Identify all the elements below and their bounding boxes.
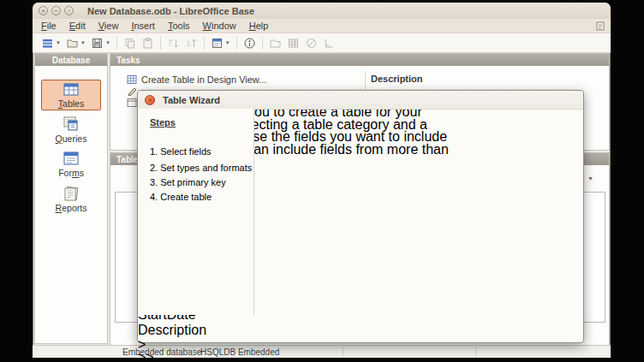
toolbar: ▼ ▼ ▼ <box>33 33 611 53</box>
table-grid-icon <box>287 37 300 50</box>
toolbar-separator <box>116 37 117 50</box>
close-window-icon[interactable]: × <box>39 6 48 15</box>
chevron-down-icon: ▼ <box>80 40 86 45</box>
close-dialog-icon[interactable]: × <box>145 95 155 105</box>
forms-icon <box>62 151 80 167</box>
sidebar-item-label: Reports <box>56 203 87 213</box>
menu-view[interactable]: View <box>98 21 119 31</box>
chevron-down-icon: ▼ <box>56 40 61 45</box>
table-wizard-dialog: × Table Wizard Steps 1. Select fields 2.… <box>137 90 584 343</box>
description-header: Description <box>371 74 423 84</box>
sort-descending-icon <box>185 37 198 50</box>
task-create-table-design-view[interactable]: Create Table in Design View... <box>127 74 266 85</box>
table-grid-icon <box>127 74 137 85</box>
relation-icon <box>323 37 336 50</box>
no-object-button[interactable] <box>302 35 320 50</box>
steps-pane: Steps 1. Select fields 2. Set types and … <box>138 109 254 315</box>
menu-window[interactable]: Window <box>203 21 236 31</box>
minimize-window-icon[interactable]: − <box>51 6 61 15</box>
copy-icon <box>123 37 136 50</box>
toolbar-separator <box>262 37 263 50</box>
database-pane: Database Tables Queries Forms Reports <box>34 53 108 344</box>
paste-icon <box>141 37 154 50</box>
open-folder-icon <box>66 37 79 50</box>
task-use-wizard[interactable] <box>127 86 137 97</box>
menubar: File Edit View Insert Tools Window Help <box>33 19 611 33</box>
step-set-primary-key[interactable]: 3. Set primary key <box>150 177 226 187</box>
sidebar-item-queries[interactable]: Queries <box>35 116 107 144</box>
toolbar-separator <box>204 37 205 50</box>
menu-tools[interactable]: Tools <box>168 21 190 31</box>
folder-icon <box>269 37 282 50</box>
view-icon <box>127 98 137 108</box>
pencil-icon <box>127 86 137 97</box>
dialog-title: Table Wizard <box>163 95 220 105</box>
chevron-down-icon[interactable]: ▼ <box>587 175 593 181</box>
toolbar-separator <box>160 37 161 50</box>
queries-icon <box>62 116 80 133</box>
relation-button[interactable] <box>320 35 338 50</box>
chevron-down-icon: ▼ <box>105 40 110 45</box>
reports-icon <box>62 186 80 202</box>
table-object-button[interactable] <box>284 35 302 50</box>
menu-edit[interactable]: Edit <box>69 21 86 31</box>
info-icon <box>243 37 256 50</box>
paste-button[interactable] <box>139 35 157 50</box>
task-label: Create Table in Design View... <box>141 74 266 85</box>
document-icon <box>596 21 605 33</box>
window-title: New Database.odb - LibreOffice Base <box>87 6 254 16</box>
move-all-right-button[interactable]: >> <box>138 350 157 362</box>
step-select-fields[interactable]: 1. Select fields <box>150 146 212 157</box>
task-create-view[interactable] <box>127 98 137 108</box>
menu-help[interactable]: Help <box>249 21 269 31</box>
help-about-button[interactable] <box>241 35 259 50</box>
window-titlebar: × − ▫ New Database.odb - LibreOffice Bas… <box>33 3 611 20</box>
sidebar-item-forms[interactable]: Forms <box>35 151 107 178</box>
save-icon <box>91 37 104 50</box>
sort-ascending-button[interactable] <box>164 35 182 50</box>
sort-ascending-icon <box>167 37 180 50</box>
sidebar-item-tables[interactable]: Tables <box>35 82 107 109</box>
save-button[interactable]: ▼ <box>88 35 113 50</box>
steps-title: Steps <box>150 117 176 128</box>
maximize-window-icon[interactable]: ▫ <box>64 6 74 15</box>
database-pane-header: Database <box>35 54 107 66</box>
tasks-pane-header: Tasks <box>110 54 609 66</box>
toolbar-separator <box>236 37 237 50</box>
list-item[interactable]: Description <box>138 323 264 338</box>
disabled-circle-icon <box>305 37 318 50</box>
tables-icon <box>62 82 80 98</box>
chevron-down-icon: ▼ <box>225 40 230 45</box>
desktop-background: × − ▫ New Database.odb - LibreOffice Bas… <box>0 0 644 362</box>
open-document-button[interactable]: ▼ <box>63 35 88 50</box>
sidebar-item-label: Forms <box>58 168 84 178</box>
step-create-table[interactable]: 4. Create table <box>150 192 212 202</box>
step-set-types[interactable]: 2. Set types and formats <box>150 163 252 173</box>
sidebar-item-label: Tables <box>58 98 84 109</box>
window-controls: × − ▫ <box>39 6 74 15</box>
move-right-button[interactable]: > <box>138 337 157 350</box>
menu-insert[interactable]: Insert <box>131 21 155 31</box>
new-database-icon <box>41 37 54 50</box>
dialog-titlebar: × Table Wizard <box>138 91 583 110</box>
form-button[interactable]: ▼ <box>208 35 233 50</box>
new-database-button[interactable]: ▼ <box>39 35 63 50</box>
form-icon <box>211 37 224 50</box>
open-database-object-button[interactable] <box>266 35 284 50</box>
copy-button[interactable] <box>121 35 139 50</box>
sidebar-item-reports[interactable]: Reports <box>35 186 107 213</box>
sort-descending-button[interactable] <box>182 35 200 50</box>
libreoffice-base-window: × − ▫ New Database.odb - LibreOffice Bas… <box>33 3 611 358</box>
sidebar-item-label: Queries <box>56 134 87 144</box>
menu-file[interactable]: File <box>41 21 57 31</box>
